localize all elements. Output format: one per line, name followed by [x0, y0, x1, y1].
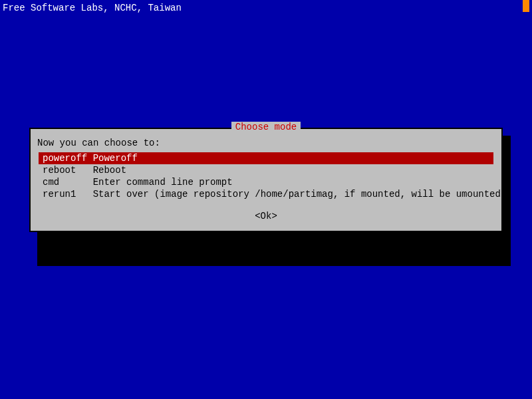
- menu-item-poweroff[interactable]: poweroff Poweroff: [39, 152, 493, 164]
- menu-item-desc: Start over (image repository /home/parti…: [93, 189, 507, 200]
- menu-item-key: poweroff: [43, 153, 87, 164]
- menu-item-key: rerun1: [43, 189, 87, 200]
- menu-item-rerun1[interactable]: rerun1 Start over (image repository /hom…: [39, 188, 493, 200]
- menu-item-desc: Poweroff: [93, 153, 138, 164]
- indicator-bar: [523, 0, 529, 12]
- dialog-box: Choose mode Now you can choose to: power…: [29, 128, 503, 232]
- dialog-title: Choose mode: [231, 122, 301, 132]
- menu-item-reboot[interactable]: reboot Reboot: [39, 164, 493, 176]
- menu-item-desc: Enter command line prompt: [93, 177, 233, 188]
- menu-item-desc: Reboot: [93, 165, 126, 176]
- menu-item-cmd[interactable]: cmd Enter command line prompt: [39, 176, 493, 188]
- menu-item-key: reboot: [43, 165, 87, 176]
- dialog-prompt: Now you can choose to:: [37, 135, 495, 152]
- menu-list: poweroff Poweroff reboot Reboot cmd Ente…: [37, 152, 495, 200]
- menu-item-key: cmd: [43, 177, 87, 188]
- header-text: Free Software Labs, NCHC, Taiwan: [0, 0, 532, 16]
- ok-button[interactable]: <Ok>: [255, 211, 277, 221]
